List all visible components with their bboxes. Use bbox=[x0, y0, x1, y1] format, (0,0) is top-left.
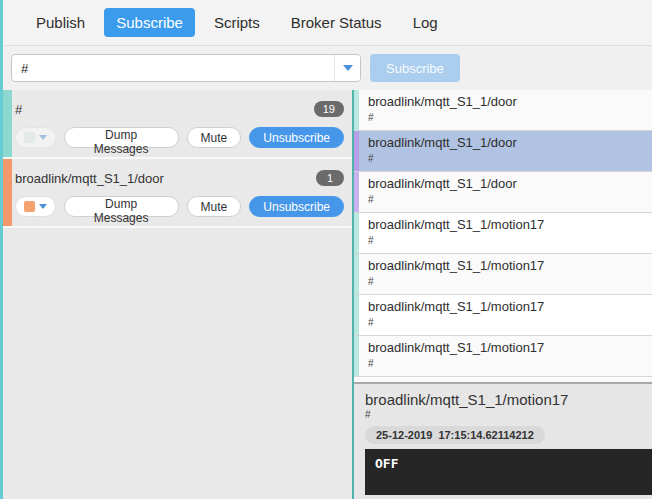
mute-button[interactable]: Mute bbox=[187, 127, 242, 148]
subscribe-controls-row: Subscribe bbox=[3, 46, 652, 90]
timestamp-badge: 25-12-2019 17:15:14.62114212 bbox=[365, 426, 545, 444]
message-detail-panel: broadlink/mqtt_S1_1/motion17 # 25-12-201… bbox=[354, 382, 652, 499]
message-topic: broadlink/mqtt_S1_1/motion17 bbox=[368, 299, 644, 314]
message-count-badge: 19 bbox=[314, 101, 344, 117]
message-topic: broadlink/mqtt_S1_1/motion17 bbox=[368, 340, 644, 355]
dump-messages-button[interactable]: Dump Messages bbox=[64, 196, 179, 217]
subscribe-button[interactable]: Subscribe bbox=[370, 54, 460, 82]
message-row[interactable]: broadlink/mqtt_S1_1/motion17 # bbox=[354, 213, 652, 254]
topic-input[interactable] bbox=[12, 55, 334, 81]
message-row[interactable]: broadlink/mqtt_S1_1/motion17 # bbox=[354, 336, 652, 377]
message-topic: broadlink/mqtt_S1_1/motion17 bbox=[368, 258, 644, 273]
message-topic: broadlink/mqtt_S1_1/door bbox=[368, 135, 644, 150]
main-split: # 19 Dump Messages Mute Unsubscribe broa… bbox=[3, 90, 652, 499]
subscription-card-door[interactable]: broadlink/mqtt_S1_1/door 1 Dump Messages… bbox=[3, 159, 352, 228]
subscription-color-bar bbox=[3, 90, 12, 157]
color-swatch-dropdown[interactable] bbox=[15, 127, 56, 148]
color-swatch-dropdown[interactable] bbox=[15, 196, 56, 217]
topic-combobox bbox=[11, 54, 361, 82]
mute-button[interactable]: Mute bbox=[187, 196, 242, 217]
message-row[interactable]: broadlink/mqtt_S1_1/door # bbox=[354, 90, 652, 131]
chevron-down-icon bbox=[39, 135, 47, 140]
tab-subscribe[interactable]: Subscribe bbox=[104, 8, 195, 37]
message-subscription: # bbox=[368, 358, 644, 369]
message-subscription: # bbox=[368, 235, 644, 246]
message-color-bar bbox=[354, 131, 359, 171]
tab-broker-status[interactable]: Broker Status bbox=[279, 8, 394, 37]
mqtt-client-window: Publish Subscribe Scripts Broker Status … bbox=[0, 0, 652, 499]
message-topic: broadlink/mqtt_S1_1/door bbox=[368, 176, 644, 191]
message-color-bar bbox=[354, 90, 359, 130]
unsubscribe-button[interactable]: Unsubscribe bbox=[249, 127, 344, 148]
message-row[interactable]: broadlink/mqtt_S1_1/motion17 # bbox=[354, 295, 652, 336]
nav-tab-bar: Publish Subscribe Scripts Broker Status … bbox=[3, 0, 652, 46]
message-subscription: # bbox=[368, 153, 644, 164]
message-topic: broadlink/mqtt_S1_1/motion17 bbox=[368, 217, 644, 232]
chevron-down-icon bbox=[39, 204, 47, 209]
chevron-down-icon bbox=[343, 65, 353, 71]
color-swatch-icon bbox=[24, 132, 35, 143]
topic-dropdown-button[interactable] bbox=[334, 55, 360, 81]
subscription-topic: broadlink/mqtt_S1_1/door bbox=[15, 171, 164, 186]
message-subscription: # bbox=[368, 112, 644, 123]
color-swatch-icon bbox=[24, 201, 35, 212]
message-row[interactable]: broadlink/mqtt_S1_1/door # bbox=[354, 172, 652, 213]
tab-scripts[interactable]: Scripts bbox=[202, 8, 272, 37]
tab-publish[interactable]: Publish bbox=[24, 8, 97, 37]
message-count-badge: 1 bbox=[316, 170, 344, 186]
message-color-bar bbox=[354, 254, 359, 294]
subscriptions-panel: # 19 Dump Messages Mute Unsubscribe broa… bbox=[3, 90, 352, 499]
message-subscription: # bbox=[368, 194, 644, 205]
detail-topic: broadlink/mqtt_S1_1/motion17 bbox=[365, 391, 652, 408]
message-color-bar bbox=[354, 295, 359, 335]
subscription-topic: # bbox=[15, 102, 22, 117]
message-subscription: # bbox=[368, 276, 644, 287]
subscription-color-bar bbox=[3, 159, 12, 226]
message-list: broadlink/mqtt_S1_1/door # broadlink/mqt… bbox=[354, 90, 652, 382]
payload-viewer: OFF bbox=[365, 449, 652, 495]
unsubscribe-button[interactable]: Unsubscribe bbox=[249, 196, 344, 217]
message-color-bar bbox=[354, 213, 359, 253]
messages-panel: broadlink/mqtt_S1_1/door # broadlink/mqt… bbox=[352, 90, 652, 499]
message-row-selected[interactable]: broadlink/mqtt_S1_1/door # bbox=[354, 131, 652, 172]
message-topic: broadlink/mqtt_S1_1/door bbox=[368, 94, 644, 109]
message-color-bar bbox=[354, 172, 359, 212]
subscription-card-wildcard[interactable]: # 19 Dump Messages Mute Unsubscribe bbox=[3, 90, 352, 159]
dump-messages-button[interactable]: Dump Messages bbox=[64, 127, 179, 148]
message-row[interactable]: broadlink/mqtt_S1_1/motion17 # bbox=[354, 254, 652, 295]
tab-log[interactable]: Log bbox=[401, 8, 450, 37]
message-color-bar bbox=[354, 336, 359, 376]
detail-subscription: # bbox=[365, 409, 652, 420]
message-subscription: # bbox=[368, 317, 644, 328]
